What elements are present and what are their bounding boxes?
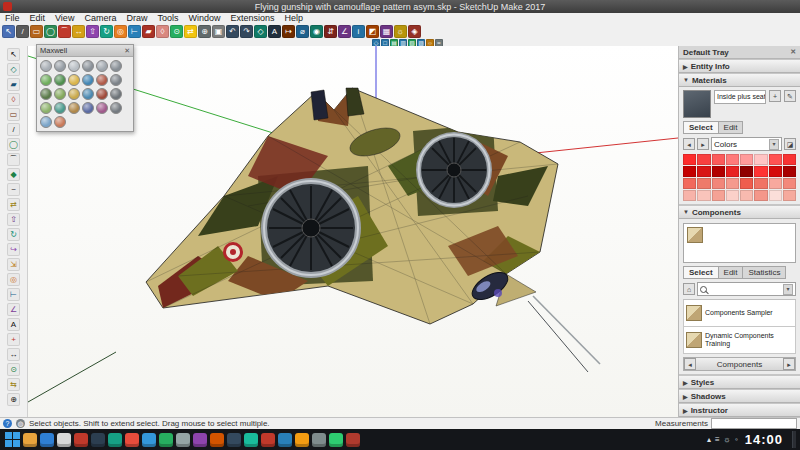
protractor-icon[interactable]: ∠ — [7, 303, 20, 316]
start-button[interactable] — [4, 432, 20, 448]
color-swatch[interactable] — [740, 190, 753, 201]
circle-icon[interactable]: ◯ — [7, 138, 20, 151]
menu-camera[interactable]: Camera — [79, 13, 121, 24]
help-icon[interactable]: ? — [3, 419, 12, 428]
freehand-icon[interactable]: ~ — [7, 183, 20, 196]
model-info-icon[interactable]: i — [352, 25, 365, 38]
select-icon[interactable]: ↖ — [7, 48, 20, 61]
palette-tool-icon[interactable] — [54, 116, 66, 128]
color-swatch[interactable] — [726, 178, 739, 189]
forward-button[interactable]: ▸ — [697, 138, 709, 150]
color-swatch[interactable] — [726, 154, 739, 165]
pan-icon[interactable]: ⇄ — [184, 25, 197, 38]
paint-tool-button[interactable]: ✎ — [784, 90, 796, 102]
menu-draw[interactable]: Draw — [121, 13, 152, 24]
color-swatch[interactable] — [712, 190, 725, 201]
taskbar-app-trash[interactable] — [346, 433, 360, 447]
palette-tool-icon[interactable] — [96, 60, 108, 72]
close-icon[interactable]: ✕ — [790, 48, 796, 56]
color-swatch[interactable] — [754, 178, 767, 189]
tray-icon[interactable]: ▴ — [707, 435, 711, 444]
show-desktop-button[interactable] — [792, 431, 796, 448]
in-model-button[interactable]: ⌂ — [683, 283, 695, 295]
tray-icon[interactable]: ◦ — [735, 435, 738, 444]
taskbar-app-archive[interactable] — [295, 433, 309, 447]
push-pull-icon[interactable]: ⇧ — [7, 213, 20, 226]
paint-bucket-icon[interactable]: ▰ — [7, 78, 20, 91]
palette-tool-icon[interactable] — [40, 88, 52, 100]
make-component-icon[interactable]: ◇ — [7, 63, 20, 76]
close-icon[interactable]: ✕ — [124, 47, 130, 54]
extension-warehouse-icon[interactable]: ◈ — [408, 25, 421, 38]
offset-icon[interactable]: ◎ — [7, 273, 20, 286]
tab-select[interactable]: Select — [683, 121, 719, 134]
materials-collection-dropdown[interactable]: Colors ▾ — [711, 137, 782, 151]
make-component-icon[interactable]: ◇ — [254, 25, 267, 38]
taskbar-app-office-calc[interactable] — [159, 433, 173, 447]
color-swatch[interactable] — [754, 154, 767, 165]
eraser-icon[interactable]: ◊ — [7, 93, 20, 106]
taskbar-app-terminal[interactable] — [91, 433, 105, 447]
palette-tool-icon[interactable] — [82, 88, 94, 100]
section-styles[interactable]: ▶ Styles — [679, 375, 800, 389]
menu-file[interactable]: File — [0, 13, 25, 24]
arc-icon[interactable]: ⌒ — [58, 25, 71, 38]
rotate-icon[interactable]: ↻ — [7, 228, 20, 241]
measurements-input[interactable] — [711, 418, 797, 429]
section-materials[interactable]: ▼ Materials — [679, 73, 800, 87]
taskbar-app-photos[interactable] — [244, 433, 258, 447]
palette-tool-icon[interactable] — [110, 74, 122, 86]
menu-window[interactable]: Window — [183, 13, 225, 24]
palette-tool-icon[interactable] — [68, 102, 80, 114]
taskbar-app-files[interactable] — [23, 433, 37, 447]
color-swatch[interactable] — [712, 154, 725, 165]
taskbar-app-browser[interactable] — [40, 433, 54, 447]
color-swatch[interactable] — [683, 190, 696, 201]
move-icon[interactable]: ↔ — [72, 25, 85, 38]
look-around-icon[interactable]: ∠ — [338, 25, 351, 38]
taskbar-app-notes[interactable] — [329, 433, 343, 447]
camera-position-icon[interactable]: ◉ — [310, 25, 323, 38]
palette-tool-icon[interactable] — [96, 74, 108, 86]
paint-bucket-icon[interactable]: ▰ — [142, 25, 155, 38]
palette-tool-icon[interactable] — [54, 102, 66, 114]
palette-tool-icon[interactable] — [82, 102, 94, 114]
shadows-toggle-icon[interactable]: ☼ — [394, 25, 407, 38]
section-plane-icon[interactable]: ⌀ — [296, 25, 309, 38]
text-icon[interactable]: A — [268, 25, 281, 38]
taskbar-app-settings[interactable] — [176, 433, 190, 447]
section-components[interactable]: ▼ Components — [679, 205, 800, 219]
materials-browser-icon[interactable]: ◩ — [366, 25, 379, 38]
palette-tool-icon[interactable] — [68, 74, 80, 86]
menu-extensions[interactable]: Extensions — [225, 13, 279, 24]
tab-edit[interactable]: Edit — [719, 121, 744, 134]
palette-tool-icon[interactable] — [110, 60, 122, 72]
tape-measure-icon[interactable]: ⊢ — [128, 25, 141, 38]
create-material-button[interactable]: + — [769, 90, 781, 102]
palette-tool-icon[interactable] — [68, 60, 80, 72]
color-swatch[interactable] — [783, 166, 796, 177]
scale-icon[interactable]: ⇲ — [7, 258, 20, 271]
color-swatch[interactable] — [740, 178, 753, 189]
styles-browser-icon[interactable]: ▦ — [380, 25, 393, 38]
menu-tools[interactable]: Tools — [152, 13, 183, 24]
polygon-icon[interactable]: ◆ — [7, 168, 20, 181]
color-swatch[interactable] — [740, 154, 753, 165]
palette-tool-icon[interactable] — [82, 74, 94, 86]
arc-icon[interactable]: ⌒ — [7, 153, 20, 166]
palette-tool-icon[interactable] — [54, 88, 66, 100]
component-list-item[interactable]: Components Sampler — [683, 300, 796, 327]
taskbar-app-media-player[interactable] — [74, 433, 88, 447]
offset-icon[interactable]: ◎ — [114, 25, 127, 38]
taskbar-app-mail[interactable] — [57, 433, 71, 447]
taskbar-app-pdf-reader[interactable] — [125, 433, 139, 447]
redo-icon[interactable]: ↷ — [240, 25, 253, 38]
palette-tool-icon[interactable] — [54, 60, 66, 72]
color-swatch[interactable] — [783, 190, 796, 201]
tape-measure-icon[interactable]: ⊢ — [7, 288, 20, 301]
color-swatch[interactable] — [712, 166, 725, 177]
walk-icon[interactable]: ⇵ — [324, 25, 337, 38]
color-swatch[interactable] — [697, 154, 710, 165]
rotate-icon[interactable]: ↻ — [100, 25, 113, 38]
tray-icon[interactable]: ≡ — [715, 435, 720, 444]
